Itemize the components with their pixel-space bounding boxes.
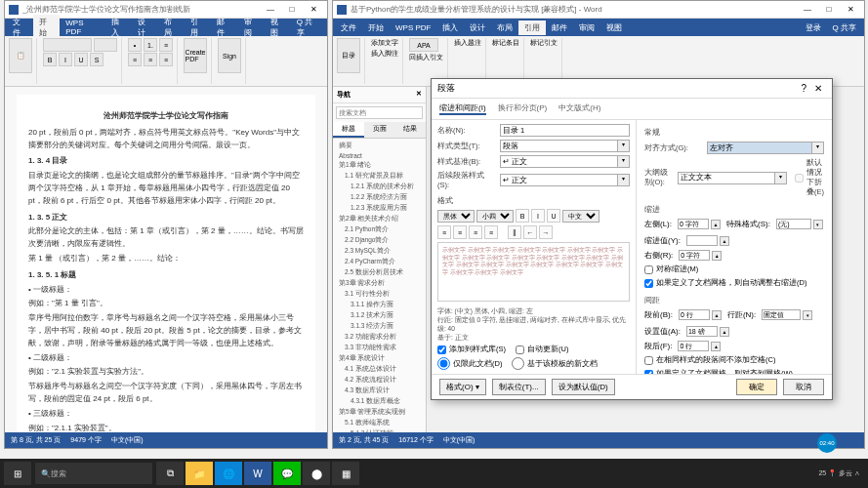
size-select[interactable]: 小四 <box>476 210 514 223</box>
nav-close-icon[interactable]: ✕ <box>416 90 422 100</box>
spin-up-icon[interactable]: ▲ <box>720 327 729 337</box>
italic-button[interactable]: I <box>531 209 545 223</box>
explorer-icon[interactable]: 📁 <box>186 462 213 485</box>
spin-up-icon[interactable]: ▲ <box>711 220 721 229</box>
insert-citation-button[interactable]: 回插入引文 <box>409 53 443 62</box>
bold-button[interactable]: B <box>516 209 529 223</box>
style-base-select[interactable] <box>500 155 618 168</box>
chevron-down-icon[interactable]: ▾ <box>803 310 812 320</box>
menu-login[interactable]: 登录 <box>800 20 827 35</box>
format-dropdown-button[interactable]: 格式(O) ▾ <box>439 379 486 395</box>
nav-item[interactable]: 4.3.1 数据库概念 <box>335 396 424 407</box>
nav-item[interactable]: 1.1 研究背景及目标 <box>335 171 424 182</box>
taskbar-search[interactable]: 🔍 搜索 <box>35 463 152 484</box>
chevron-down-icon[interactable]: ▾ <box>812 142 824 154</box>
nav-item[interactable]: 2.5 数据分析居技术 <box>335 267 424 278</box>
nav-item[interactable]: Abstract <box>335 151 424 160</box>
nav-item[interactable]: 第3章 需求分析 <box>335 278 424 289</box>
indent-by-input[interactable] <box>686 235 718 246</box>
maximize-button[interactable]: □ <box>819 3 839 17</box>
nav-tab-headings[interactable]: 标题 <box>333 122 364 138</box>
spin-up-icon[interactable]: ▲ <box>712 251 722 261</box>
set-default-button[interactable]: 设为默认值(D) <box>552 379 615 395</box>
nav-item[interactable]: 2.1 Python简介 <box>335 224 424 235</box>
indent-right-input[interactable] <box>679 250 710 261</box>
align-right-button[interactable]: ≡ <box>469 225 482 239</box>
multilevel-button[interactable]: ≡ <box>159 38 173 52</box>
nav-item[interactable]: 3.1.1 操作方面 <box>335 300 424 310</box>
underline-button[interactable]: U <box>547 209 560 223</box>
edge-icon[interactable]: 🌐 <box>215 462 242 485</box>
bullets-button[interactable]: • <box>128 38 142 52</box>
nav-item[interactable]: 2.2 Django简介 <box>335 235 424 246</box>
document-area[interactable]: 沧州师范学院学士学位论文写作指南 20 pt，段前后 0 pt，两端对齐，标点符… <box>5 87 327 432</box>
auto-right-indent-checkbox[interactable] <box>644 279 653 288</box>
tabs-button[interactable]: 制表位(T)... <box>492 379 546 395</box>
menu-file[interactable]: 文件 <box>335 20 362 35</box>
menu-wpspdf[interactable]: WPS PDF <box>390 21 436 34</box>
nav-item[interactable]: 4.2 系统流程设计 <box>335 375 424 386</box>
this-doc-radio[interactable] <box>437 357 450 370</box>
mirror-indent-checkbox[interactable] <box>644 265 653 274</box>
minimize-button[interactable]: — <box>798 3 817 17</box>
spin-up-icon[interactable]: ▲ <box>711 342 721 351</box>
menu-home[interactable]: 开始 <box>362 20 390 35</box>
tab-line-page-breaks[interactable]: 换行和分页(P) <box>498 102 548 115</box>
lang-select[interactable]: 中文 <box>562 210 599 223</box>
tab-asian-typography[interactable]: 中文版式(H) <box>558 102 600 115</box>
indent-inc-button[interactable]: → <box>539 225 553 239</box>
align-center-button[interactable]: ≡ <box>453 225 467 239</box>
underline-button[interactable]: U <box>74 53 88 66</box>
menu-ref[interactable]: 引用 <box>518 20 546 35</box>
chevron-down-icon[interactable]: ▾ <box>775 172 787 184</box>
dialog-help-icon[interactable]: ? <box>797 83 810 94</box>
chevron-down-icon[interactable]: ▾ <box>618 174 630 186</box>
system-tray[interactable]: 25 📍 多云 ∧ <box>818 468 864 478</box>
bold-button[interactable]: B <box>43 53 57 66</box>
nav-item[interactable]: 1.2.3 系统应用方面 <box>335 203 424 214</box>
align-justify-button[interactable]: ≡ <box>484 225 498 239</box>
chevron-down-icon[interactable]: ▾ <box>618 155 630 168</box>
space-after-input[interactable] <box>678 341 709 351</box>
outline-level-select[interactable] <box>678 172 775 184</box>
numbering-button[interactable]: 1. <box>144 38 157 52</box>
nav-item[interactable]: 4.3 数据库设计 <box>335 386 424 396</box>
space-before-input[interactable] <box>679 309 710 320</box>
ok-button[interactable]: 确定 <box>736 379 777 395</box>
nav-item[interactable]: 3.1.3 经济方面 <box>335 321 424 332</box>
record-timer[interactable]: 02:40 <box>817 433 837 453</box>
style-name-input[interactable] <box>500 124 630 137</box>
insert-caption-button[interactable]: 插入题注 <box>454 38 481 48</box>
style-next-select[interactable] <box>500 174 618 186</box>
align-left-button[interactable]: ≡ <box>437 225 451 239</box>
style-apa[interactable]: APA <box>409 38 438 52</box>
nav-item[interactable]: 3.1.2 技术方面 <box>335 310 424 321</box>
nav-item[interactable]: 第2章 相关技术介绍 <box>335 214 424 224</box>
word-icon[interactable]: W <box>244 462 271 485</box>
nav-item[interactable]: 2.3 MySQL简介 <box>335 246 424 257</box>
menu-review[interactable]: 审阅 <box>573 20 600 35</box>
strike-button[interactable]: S <box>90 53 103 66</box>
cancel-button[interactable]: 取消 <box>783 379 824 395</box>
nav-search-input[interactable] <box>336 106 423 119</box>
add-to-gallery-checkbox[interactable] <box>437 346 446 354</box>
line-spacing-select[interactable] <box>762 309 801 320</box>
task-view-button[interactable]: ⧉ <box>156 462 184 485</box>
auto-update-checkbox[interactable] <box>516 346 524 354</box>
wechat-icon[interactable]: 💬 <box>273 462 301 485</box>
indent-dec-button[interactable]: ← <box>523 225 537 239</box>
spin-up-icon[interactable]: ▲ <box>720 236 729 246</box>
sign-button[interactable]: Sign <box>218 38 241 73</box>
nav-item[interactable]: 第5章 管理系统实现例 <box>335 407 424 418</box>
paste-button[interactable]: 📋 <box>9 38 32 73</box>
style-type-select[interactable] <box>500 140 618 152</box>
nav-item[interactable]: 5.1 教师端系统 <box>335 418 424 428</box>
insert-footnote-button[interactable]: 插入脚注 <box>371 49 398 59</box>
menu-view[interactable]: 视图 <box>600 20 628 35</box>
nav-item[interactable]: 1.2.2 系统经济方面 <box>335 192 424 203</box>
no-space-same-style-checkbox[interactable] <box>644 356 653 365</box>
tab-indent-spacing[interactable]: 缩进和间距(I) <box>439 102 486 115</box>
size-combo[interactable] <box>94 38 117 52</box>
indent-left-input[interactable] <box>678 219 709 229</box>
font-combo[interactable] <box>43 38 92 52</box>
